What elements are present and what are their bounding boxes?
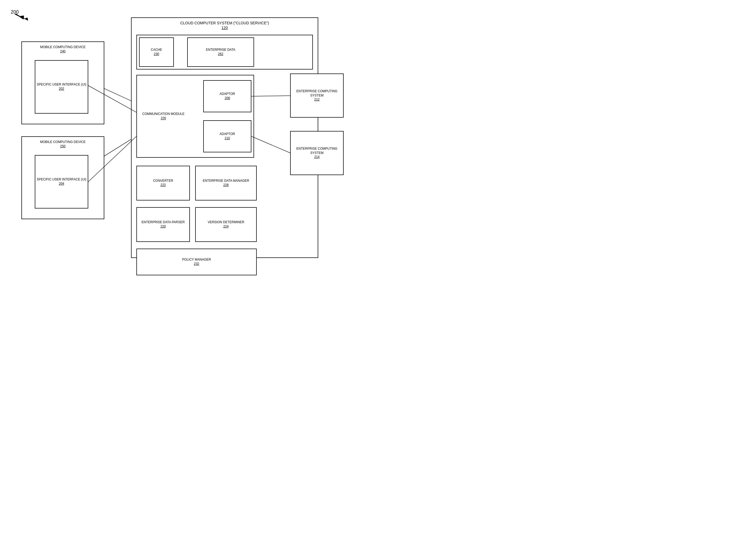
ecs-212-label: ENTERPRISE COMPUTING SYSTEM bbox=[296, 89, 337, 97]
mobile-250-label: MOBILE COMPUTING DEVICE bbox=[40, 140, 86, 144]
ecs-212-number: 212 bbox=[291, 98, 343, 102]
mobile-250-number: 250 bbox=[22, 144, 104, 149]
cache-label: CACHE bbox=[151, 48, 162, 52]
enterprise-data-number: 262 bbox=[206, 52, 235, 56]
cloud-system-number: 120 bbox=[180, 25, 269, 30]
ecs-212-box: ENTERPRISE COMPUTING SYSTEM 212 bbox=[290, 74, 343, 118]
comm-module-label: COMMUNICATION MODULE bbox=[142, 112, 184, 116]
adaptor-208-box: ADAPTOR 208 bbox=[203, 80, 251, 112]
mobile-240-label: MOBILE COMPUTING DEVICE bbox=[40, 45, 86, 49]
adaptor-210-box: ADAPTOR 210 bbox=[203, 120, 251, 152]
ecs-214-number: 214 bbox=[291, 155, 343, 159]
comm-module-number: 226 bbox=[142, 116, 184, 121]
converter-box: CONVERTER 222 bbox=[136, 166, 190, 200]
ecs-214-label: ENTERPRISE COMPUTING SYSTEM bbox=[296, 147, 337, 155]
pm-number: 232 bbox=[182, 262, 211, 266]
adaptor-208-label: ADAPTOR bbox=[219, 92, 235, 96]
diagram: 200 CLOUD COMPUTER SYSTEM ("CLOUD SERVIC… bbox=[0, 0, 366, 280]
adaptor-210-label: ADAPTOR bbox=[219, 132, 235, 136]
pm-label: POLICY MANAGER bbox=[182, 258, 211, 261]
cache-number: 230 bbox=[151, 52, 162, 56]
enterprise-data-box: ENTERPRISE DATA 262 bbox=[187, 37, 254, 67]
edm-label: ENTERPRISE DATA MANAGER bbox=[203, 179, 249, 183]
edm-box: ENTERPRISE DATA MANAGER 228 bbox=[195, 166, 257, 200]
vd-number: 224 bbox=[208, 225, 244, 229]
vd-label: VERSION DETERMINER bbox=[208, 220, 244, 224]
adaptor-208-number: 208 bbox=[219, 96, 235, 101]
ecs-214-box: ENTERPRISE COMPUTING SYSTEM 214 bbox=[290, 131, 343, 175]
ui-202-box: SPECIFIC USER INTERFACE (UI) 202 bbox=[35, 60, 88, 114]
converter-number: 222 bbox=[153, 183, 173, 187]
converter-label: CONVERTER bbox=[153, 179, 173, 183]
mobile-240-number: 240 bbox=[22, 49, 104, 54]
enterprise-data-label: ENTERPRISE DATA bbox=[206, 48, 235, 52]
pm-box: POLICY MANAGER 232 bbox=[136, 249, 257, 275]
edm-number: 228 bbox=[203, 183, 249, 187]
cache-box: CACHE 230 bbox=[139, 37, 174, 67]
adaptor-210-number: 210 bbox=[219, 136, 235, 141]
ui-204-box: SPECIFIC USER INTERFACE (UI) 204 bbox=[35, 155, 88, 208]
cloud-system-label: CLOUD COMPUTER SYSTEM ("CLOUD SERVICE") bbox=[180, 21, 269, 25]
ui-204-label: SPECIFIC USER INTERFACE (UI) bbox=[37, 177, 86, 181]
ui-204-number: 204 bbox=[37, 182, 86, 186]
svg-line-6 bbox=[15, 14, 28, 20]
ref-arrow bbox=[15, 13, 31, 22]
edp-box: ENTERPRISE DATA PARSER 220 bbox=[136, 207, 190, 242]
edp-label: ENTERPRISE DATA PARSER bbox=[141, 220, 184, 224]
edp-number: 220 bbox=[141, 225, 184, 229]
vd-box: VERSION DETERMINER 224 bbox=[195, 207, 257, 242]
ui-202-number: 202 bbox=[37, 87, 86, 91]
ui-202-label: SPECIFIC USER INTERFACE (UI) bbox=[37, 83, 86, 86]
